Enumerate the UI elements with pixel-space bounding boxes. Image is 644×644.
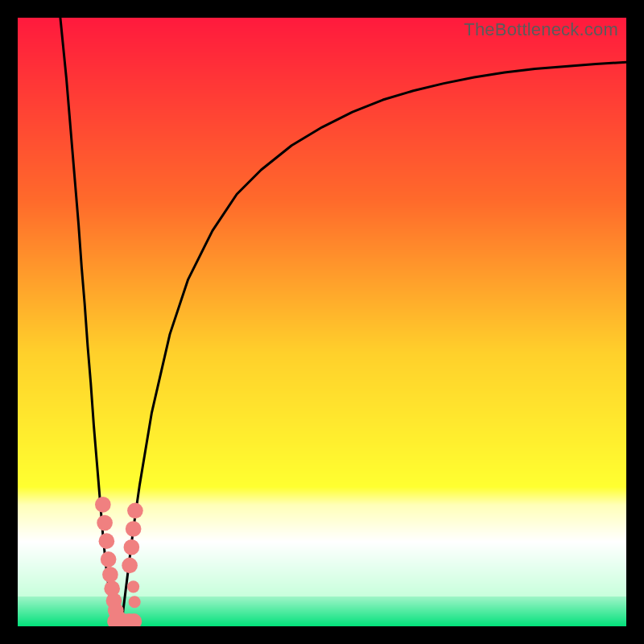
chart-frame: TheBottleneck.com — [0, 0, 644, 644]
data-marker — [97, 515, 113, 531]
data-marker — [95, 497, 111, 513]
data-marker — [99, 533, 115, 549]
credit-label: TheBottleneck.com — [464, 19, 618, 40]
data-marker — [102, 567, 118, 583]
data-marker — [129, 596, 141, 608]
curve-layer — [18, 18, 626, 626]
data-marker — [127, 580, 139, 592]
data-marker — [122, 558, 138, 574]
plot-area: TheBottleneck.com — [18, 18, 626, 626]
data-marker — [124, 539, 140, 555]
data-marker — [101, 551, 117, 568]
data-marker — [126, 521, 142, 537]
data-marker — [127, 503, 143, 519]
curve-right-branch — [122, 62, 626, 626]
